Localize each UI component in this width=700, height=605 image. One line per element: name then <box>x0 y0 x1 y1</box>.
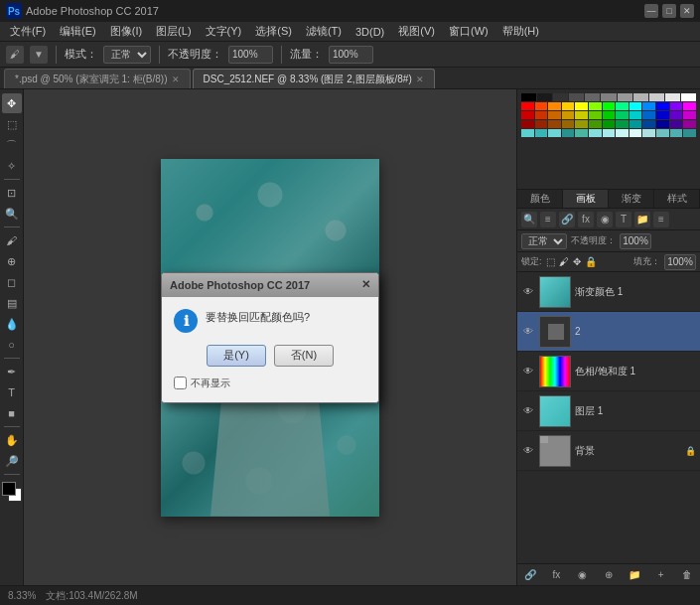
swatch[interactable] <box>575 129 588 137</box>
text-tool[interactable]: T <box>2 382 22 402</box>
layers-mask-icon[interactable]: ◉ <box>597 212 613 227</box>
swatch[interactable] <box>589 111 602 119</box>
swatch[interactable] <box>642 129 655 137</box>
swatch[interactable] <box>649 93 664 101</box>
swatch[interactable] <box>562 102 575 110</box>
panel-tab-color[interactable]: 颜色 <box>517 190 563 208</box>
swatch[interactable] <box>548 102 561 110</box>
swatch[interactable] <box>616 111 629 119</box>
layers-link-icon[interactable]: 🔗 <box>559 212 575 227</box>
swatch[interactable] <box>535 102 548 110</box>
fill-input[interactable] <box>664 254 696 270</box>
tab-nef[interactable]: DSC_2512.NEF @ 8.33% (图层 2,图层颜板/8#) ✕ <box>193 69 435 88</box>
layer-visibility-icon[interactable]: 👁 <box>521 325 535 339</box>
swatch[interactable] <box>616 120 629 128</box>
layer-visibility-icon[interactable]: 👁 <box>521 365 535 378</box>
layers-opacity-input[interactable] <box>620 233 651 249</box>
swatch[interactable] <box>601 93 616 101</box>
layers-adj-icon[interactable]: T <box>616 212 631 227</box>
swatch[interactable] <box>521 102 534 110</box>
color-indicator[interactable] <box>2 482 22 502</box>
menu-help[interactable]: 帮助(H) <box>496 22 545 41</box>
clone-tool[interactable]: ⊕ <box>2 251 22 271</box>
add-mask-button[interactable]: ◉ <box>575 567 591 583</box>
opacity-input[interactable] <box>228 46 273 64</box>
swatch[interactable] <box>535 111 548 119</box>
swatch[interactable] <box>633 93 648 101</box>
tool-preset-icon[interactable]: ▼ <box>30 46 48 64</box>
swatch[interactable] <box>656 111 669 119</box>
menu-filter[interactable]: 滤镜(T) <box>300 22 348 41</box>
menu-text[interactable]: 文字(Y) <box>200 22 248 41</box>
swatch[interactable] <box>585 93 600 101</box>
lock-transparent-icon[interactable]: ⬚ <box>546 256 555 267</box>
lock-move-icon[interactable]: ✥ <box>573 256 581 267</box>
swatch[interactable] <box>603 102 616 110</box>
magic-wand-tool[interactable]: ✧ <box>2 156 22 176</box>
swatch[interactable] <box>630 129 642 137</box>
swatch[interactable] <box>681 93 696 101</box>
selection-tool[interactable]: ⬚ <box>2 114 22 134</box>
link-layers-button[interactable]: 🔗 <box>522 567 538 583</box>
swatch[interactable] <box>521 120 534 128</box>
layers-mode-select[interactable]: 正常 <box>521 233 567 249</box>
tab-nef-close[interactable]: ✕ <box>416 75 424 84</box>
lasso-tool[interactable]: ⌒ <box>2 135 22 155</box>
swatch[interactable] <box>683 111 696 119</box>
brush-tool[interactable]: 🖌 <box>2 230 22 250</box>
swatch[interactable] <box>553 93 568 101</box>
menu-3d[interactable]: 3D(D) <box>350 24 390 40</box>
blend-mode-select[interactable]: 正常 <box>103 46 151 64</box>
add-group-button[interactable]: 📁 <box>627 567 642 583</box>
layer-visibility-icon[interactable]: 👁 <box>521 444 535 458</box>
add-layer-button[interactable]: + <box>653 567 669 583</box>
layers-fx-icon[interactable]: fx <box>578 212 594 227</box>
panel-tab-swatches[interactable]: 画板 <box>563 190 609 208</box>
filter-layers-icon[interactable]: 🔍 <box>521 212 537 227</box>
minimize-button[interactable]: — <box>644 4 658 18</box>
hand-tool[interactable]: ✋ <box>2 430 22 450</box>
menu-file[interactable]: 文件(F) <box>4 22 52 41</box>
add-style-button[interactable]: fx <box>548 567 564 583</box>
swatch[interactable] <box>630 120 642 128</box>
swatch[interactable] <box>548 129 561 137</box>
close-button[interactable]: ✕ <box>680 4 694 18</box>
swatch[interactable] <box>521 129 534 137</box>
swatch[interactable] <box>603 120 616 128</box>
dialog-close-icon[interactable]: ✕ <box>361 278 370 291</box>
swatch[interactable] <box>630 111 642 119</box>
swatch[interactable] <box>562 120 575 128</box>
gradient-tool[interactable]: ▤ <box>2 293 22 313</box>
swatch[interactable] <box>575 120 588 128</box>
panel-tab-styles[interactable]: 样式 <box>654 190 700 208</box>
swatch[interactable] <box>683 120 696 128</box>
swatch[interactable] <box>521 93 536 101</box>
swatch[interactable] <box>562 111 575 119</box>
layer-item-2[interactable]: 👁 2 <box>517 312 700 352</box>
swatch[interactable] <box>575 111 588 119</box>
swatch[interactable] <box>656 102 669 110</box>
menu-view[interactable]: 视图(V) <box>392 22 441 41</box>
layer-item-huesat[interactable]: 👁 色相/饱和度 1 <box>517 352 700 391</box>
dialog-no-show-checkbox[interactable] <box>174 377 187 389</box>
flow-input[interactable] <box>329 46 373 64</box>
swatch[interactable] <box>670 102 683 110</box>
move-tool[interactable]: ✥ <box>2 93 22 113</box>
canvas-area[interactable]: Adobe Photoshop CC 2017 ✕ ℹ 要替换回匹配颜色吗? 是… <box>24 89 516 585</box>
menu-select[interactable]: 选择(S) <box>249 22 298 41</box>
dialog-yes-button[interactable]: 是(Y) <box>207 345 266 367</box>
swatch[interactable] <box>642 111 655 119</box>
swatch[interactable] <box>656 120 669 128</box>
crop-tool[interactable]: ⊡ <box>2 183 22 203</box>
zoom-tool[interactable]: 🔎 <box>2 451 22 471</box>
dialog-title-bar[interactable]: Adobe Photoshop CC 2017 ✕ <box>162 273 378 297</box>
layer-item-gradient[interactable]: 👁 渐变颜色 1 <box>517 272 700 312</box>
tab-psd[interactable]: *.psd @ 50% (家室调完 1: 柜(B/8)) ✕ <box>4 69 191 88</box>
add-adjustment-button[interactable]: ⊕ <box>601 567 617 583</box>
swatch[interactable] <box>642 102 655 110</box>
swatch[interactable] <box>575 102 588 110</box>
swatch[interactable] <box>535 120 548 128</box>
layer-item-background[interactable]: 👁 背景 🔒 <box>517 431 700 471</box>
menu-layer[interactable]: 图层(L) <box>150 22 197 41</box>
menu-window[interactable]: 窗口(W) <box>443 22 494 41</box>
